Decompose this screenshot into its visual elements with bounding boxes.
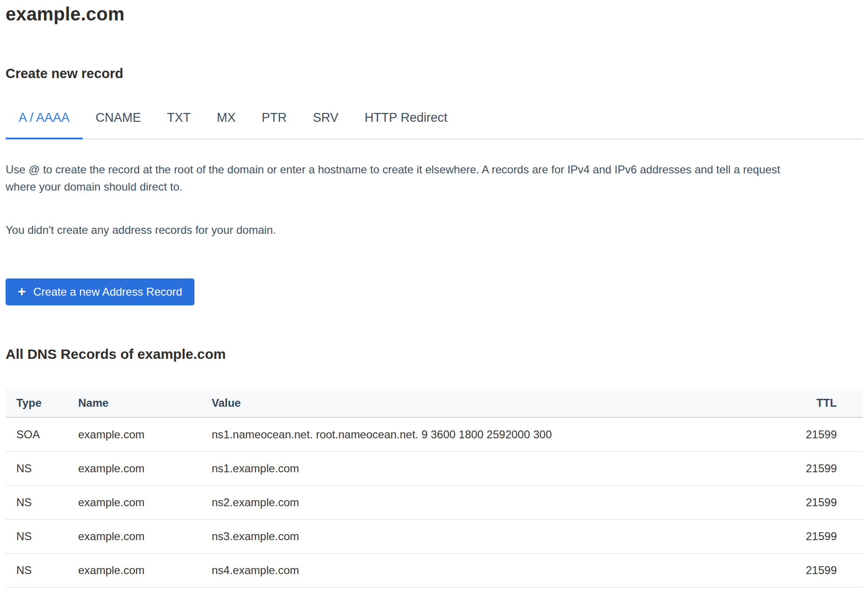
record-type-cell: NS xyxy=(6,486,73,520)
create-record-heading: Create new record xyxy=(6,65,863,82)
record-type-cell: NS xyxy=(6,520,73,554)
column-header-type: Type xyxy=(6,389,73,417)
tab-cname[interactable]: CNAME xyxy=(83,110,154,139)
tab-srv[interactable]: SRV xyxy=(300,110,352,139)
create-address-record-label: Create a new Address Record xyxy=(33,285,182,298)
tab-mx[interactable]: MX xyxy=(204,110,249,139)
all-records-heading: All DNS Records of example.com xyxy=(6,345,863,363)
record-value-cell: ns4.example.com xyxy=(206,554,756,588)
tab-a-aaaa[interactable]: A / AAAA xyxy=(6,110,83,139)
plus-icon: + xyxy=(18,284,26,298)
page: example.com Create new record A / AAAA C… xyxy=(0,3,868,588)
record-type-tabs: A / AAAA CNAME TXT MX PTR SRV HTTP Redir… xyxy=(6,110,863,139)
dns-records-table-wrapper: Type Name Value TTL SOA example.com ns1.… xyxy=(6,389,863,588)
record-name-cell: example.com xyxy=(73,452,206,486)
column-header-name: Name xyxy=(73,389,206,417)
record-name-cell: example.com xyxy=(73,417,206,452)
tab-http-redirect[interactable]: HTTP Redirect xyxy=(352,110,461,139)
record-ttl-cell: 21599 xyxy=(756,417,863,452)
record-ttl-cell: 21599 xyxy=(756,486,863,520)
tab-txt[interactable]: TXT xyxy=(154,110,204,139)
create-address-record-button[interactable]: + Create a new Address Record xyxy=(6,278,194,305)
table-row: NS example.com ns1.example.com 21599 xyxy=(6,452,863,486)
column-header-value: Value xyxy=(206,389,756,417)
record-name-cell: example.com xyxy=(73,486,206,520)
table-row: NS example.com ns2.example.com 21599 xyxy=(6,486,863,520)
table-row: NS example.com ns3.example.com 21599 xyxy=(6,520,863,554)
record-type-description: Use @ to create the record at the root o… xyxy=(6,161,787,195)
record-type-cell: SOA xyxy=(6,417,73,452)
record-ttl-cell: 21599 xyxy=(756,520,863,554)
record-name-cell: example.com xyxy=(73,554,206,588)
record-type-cell: NS xyxy=(6,452,73,486)
record-name-cell: example.com xyxy=(73,520,206,554)
record-value-cell: ns1.example.com xyxy=(206,452,756,486)
page-title: example.com xyxy=(6,3,863,25)
record-value-cell: ns1.nameocean.net. root.nameocean.net. 9… xyxy=(206,417,756,452)
record-ttl-cell: 21599 xyxy=(756,554,863,588)
column-header-ttl: TTL xyxy=(756,389,863,417)
record-value-cell: ns2.example.com xyxy=(206,486,756,520)
record-ttl-cell: 21599 xyxy=(756,452,863,486)
table-header-row: Type Name Value TTL xyxy=(6,389,863,417)
empty-records-message: You didn't create any address records fo… xyxy=(6,221,787,238)
record-type-cell: NS xyxy=(6,554,73,588)
table-row: SOA example.com ns1.nameocean.net. root.… xyxy=(6,417,863,452)
table-row: NS example.com ns4.example.com 21599 xyxy=(6,554,863,588)
all-records-section: All DNS Records of example.com Type Name… xyxy=(6,345,863,588)
dns-records-table: Type Name Value TTL SOA example.com ns1.… xyxy=(6,389,863,588)
tab-ptr[interactable]: PTR xyxy=(249,110,300,139)
record-value-cell: ns3.example.com xyxy=(206,520,756,554)
create-record-section: Create new record A / AAAA CNAME TXT MX … xyxy=(6,65,863,305)
